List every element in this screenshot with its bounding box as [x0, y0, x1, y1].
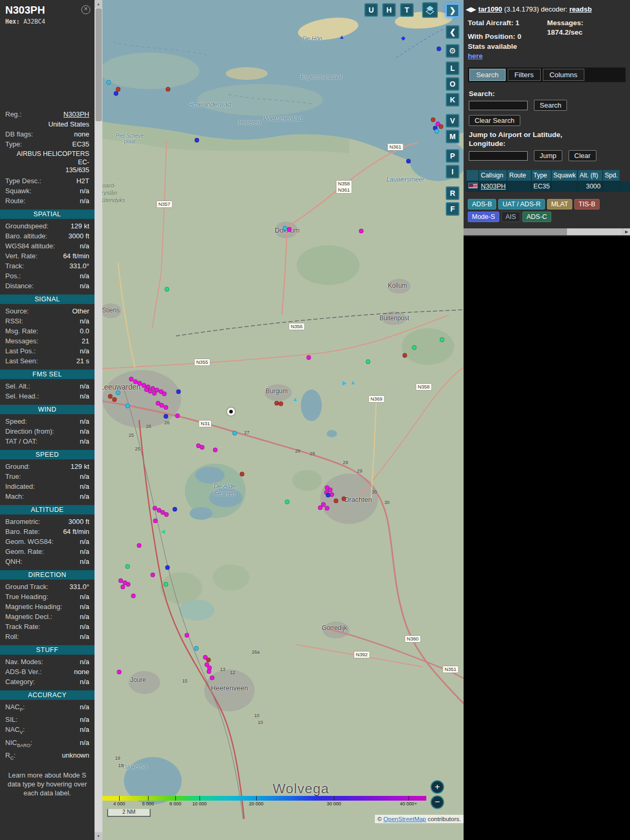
- trail-dot[interactable]: [206, 658, 211, 663]
- left-panel-scrollbar[interactable]: ▲ ▼: [94, 0, 102, 840]
- map-button-l[interactable]: L: [446, 61, 459, 75]
- trail-dot[interactable]: [131, 594, 136, 598]
- trail-dot[interactable]: [107, 80, 111, 85]
- trail-dot[interactable]: [326, 493, 331, 498]
- aircraft-marker[interactable]: ◀: [161, 529, 165, 534]
- trail-dot[interactable]: [195, 138, 200, 143]
- map[interactable]: LeeuwardenStiensDokkumKollumBuitenpostBu…: [102, 0, 464, 840]
- trail-dot[interactable]: [164, 405, 169, 410]
- legend-uatadsr[interactable]: UAT / ADS-R: [498, 199, 544, 209]
- hscroll-right-icon[interactable]: ▶: [623, 228, 630, 235]
- tab-filters[interactable]: Filters: [508, 69, 541, 81]
- trail-dot[interactable]: [210, 676, 215, 680]
- jump-clear-button[interactable]: Clear: [569, 150, 596, 161]
- legend-adsb[interactable]: ADS-B: [468, 199, 496, 209]
- callsign-link[interactable]: N303PH: [481, 183, 506, 190]
- collapse-sidebar-button[interactable]: ❮: [446, 25, 459, 39]
- trail-dot[interactable]: [114, 91, 119, 96]
- scrollbar-up-icon[interactable]: ▲: [94, 0, 102, 8]
- jump-input[interactable]: [469, 151, 528, 161]
- map-button-o[interactable]: O: [446, 77, 459, 91]
- table-row[interactable]: N303PHEC353000: [466, 181, 630, 192]
- scrollbar-down-icon[interactable]: ▼: [94, 832, 102, 840]
- trail-dot[interactable]: [431, 118, 436, 122]
- trail-dot[interactable]: [112, 397, 117, 402]
- trail-dot[interactable]: [342, 497, 346, 501]
- map-button-i[interactable]: I: [446, 165, 459, 178]
- stats-here-link[interactable]: here: [468, 51, 547, 61]
- trail-dot[interactable]: [125, 564, 130, 569]
- expand-sidebar-button[interactable]: ❯: [446, 4, 459, 17]
- column-header-spd[interactable]: Spd.: [603, 170, 620, 181]
- trail-dot[interactable]: [152, 391, 157, 396]
- column-header-type[interactable]: Type: [531, 170, 551, 181]
- tar1090-link[interactable]: tar1090: [478, 5, 502, 13]
- legend-modes[interactable]: Mode-S: [468, 212, 499, 222]
- trail-dot[interactable]: [307, 355, 311, 360]
- clear-search-button[interactable]: Clear Search: [469, 115, 520, 126]
- jump-button[interactable]: Jump: [534, 150, 562, 161]
- trail-dot[interactable]: [285, 500, 290, 505]
- trail-dot[interactable]: [279, 402, 284, 406]
- column-header-flag[interactable]: [466, 170, 479, 181]
- trail-dot[interactable]: [165, 287, 170, 292]
- map-button-h[interactable]: H: [382, 3, 396, 17]
- trail-dot[interactable]: [440, 338, 445, 342]
- trail-dot[interactable]: [287, 227, 292, 232]
- map-button-u[interactable]: U: [364, 3, 378, 17]
- hscroll-thumb[interactable]: [464, 228, 567, 235]
- map-button-m[interactable]: M: [446, 130, 459, 143]
- panel-nav-arrows-icon[interactable]: ◀▶: [466, 5, 476, 13]
- column-header-route[interactable]: Route: [507, 170, 531, 181]
- legend-adsc[interactable]: ADS-C: [522, 212, 551, 222]
- trail-dot[interactable]: [165, 565, 170, 570]
- aircraft-marker[interactable]: ▲: [339, 34, 345, 40]
- scrollbar-thumb[interactable]: [96, 8, 102, 121]
- trail-dot[interactable]: [144, 387, 149, 392]
- info-value[interactable]: N303PH: [64, 109, 89, 119]
- trail-dot[interactable]: [437, 47, 442, 51]
- trail-dot[interactable]: [406, 159, 411, 164]
- trail-dot[interactable]: [151, 573, 155, 578]
- trail-dot[interactable]: [412, 345, 417, 350]
- trail-dot[interactable]: [164, 512, 169, 517]
- trail-dot[interactable]: [162, 392, 167, 396]
- trail-dot[interactable]: [185, 633, 190, 638]
- trail-dot[interactable]: [318, 506, 323, 510]
- trail-dot[interactable]: [403, 353, 407, 358]
- trail-dot[interactable]: [366, 360, 371, 364]
- tab-search[interactable]: Search: [469, 69, 506, 81]
- map-button-p[interactable]: P: [446, 149, 459, 163]
- trail-dot[interactable]: [166, 87, 171, 92]
- column-header-callsign[interactable]: Callsign: [479, 170, 507, 181]
- zoom-in-button[interactable]: +: [430, 780, 444, 794]
- selected-aircraft-marker[interactable]: [227, 408, 235, 416]
- trail-dot[interactable]: [200, 445, 205, 450]
- column-header-squawk[interactable]: Squawk: [551, 170, 578, 181]
- trail-dot[interactable]: [240, 472, 245, 477]
- table-horizontal-scrollbar[interactable]: ▶: [464, 228, 630, 235]
- settings-gear-icon[interactable]: ⚙: [446, 44, 459, 58]
- map-button-k[interactable]: K: [446, 93, 459, 107]
- trail-dot[interactable]: [126, 582, 131, 587]
- trail-dot[interactable]: [164, 582, 169, 587]
- trail-dot[interactable]: [116, 391, 121, 395]
- trail-dot[interactable]: [164, 414, 169, 419]
- trail-dot[interactable]: [173, 507, 177, 512]
- trail-dot[interactable]: [439, 124, 444, 129]
- trail-dot[interactable]: [153, 519, 158, 523]
- map-button-v[interactable]: V: [446, 114, 459, 128]
- trail-dot[interactable]: [359, 229, 364, 234]
- trail-dot[interactable]: [117, 670, 122, 675]
- column-header-altft[interactable]: Alt. (ft): [578, 170, 603, 181]
- trail-dot[interactable]: [137, 543, 142, 548]
- close-icon[interactable]: ×: [81, 5, 90, 14]
- openstreetmap-link[interactable]: OpenStreetMap: [383, 816, 426, 822]
- aircraft-marker[interactable]: ▲: [292, 396, 298, 402]
- zoom-out-button[interactable]: −: [430, 795, 444, 809]
- legend-tisb[interactable]: TIS-B: [574, 199, 600, 209]
- map-button-t[interactable]: T: [400, 3, 414, 17]
- map-button-r[interactable]: R: [446, 186, 459, 200]
- aircraft-marker[interactable]: ◆: [401, 35, 405, 41]
- layers-button[interactable]: [422, 2, 438, 18]
